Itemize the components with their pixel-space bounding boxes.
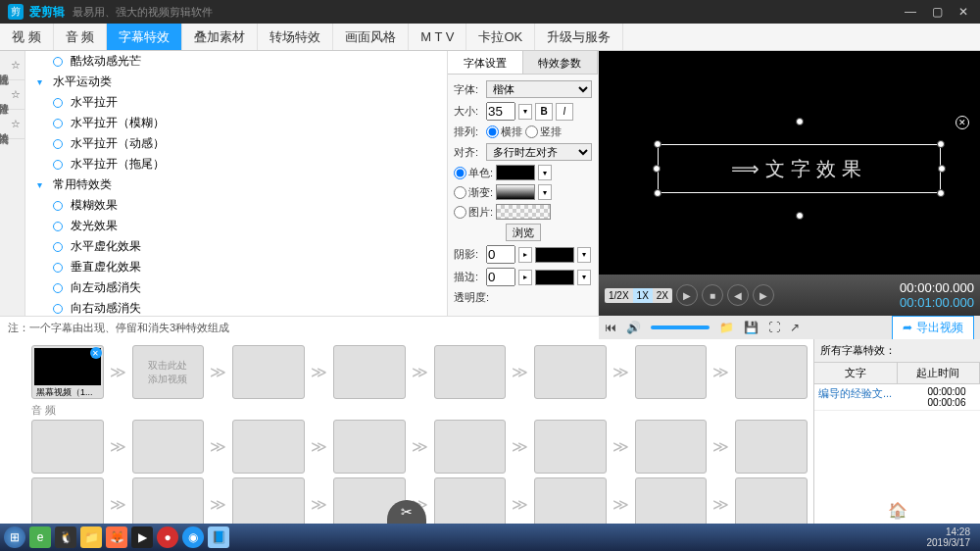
empty-clip-slot[interactable] xyxy=(635,477,708,524)
empty-clip-slot[interactable] xyxy=(735,477,808,524)
fullscreen-icon[interactable]: ⛶ xyxy=(768,321,780,334)
tab-font-settings[interactable]: 字体设置 xyxy=(448,51,523,74)
tree-effect-item[interactable]: 模糊效果 xyxy=(25,195,447,216)
shadow-color-dropdown-icon[interactable]: ▾ xyxy=(577,247,591,263)
stroke-color-dropdown-icon[interactable]: ▾ xyxy=(577,270,591,285)
empty-clip-slot[interactable] xyxy=(132,420,205,474)
start-button[interactable]: ⊞ xyxy=(4,526,25,548)
speed-1x[interactable]: 1X xyxy=(633,288,653,303)
italic-button[interactable]: I xyxy=(556,103,573,121)
shadow-input[interactable] xyxy=(486,245,515,264)
empty-clip-slot[interactable] xyxy=(635,420,708,474)
main-tab[interactable]: 叠加素材 xyxy=(182,24,258,50)
play-button[interactable]: ▶ xyxy=(676,284,698,306)
empty-clip-slot[interactable] xyxy=(434,345,507,399)
main-tab[interactable]: 画面风格 xyxy=(333,24,409,50)
rewind-icon[interactable]: ⏮ xyxy=(605,321,616,334)
tree-effect-item[interactable]: 向右动感消失 xyxy=(25,298,447,316)
taskbar-app-icon[interactable]: ◉ xyxy=(182,526,204,548)
main-tab[interactable]: 卡拉OK xyxy=(466,24,535,50)
empty-clip-slot[interactable] xyxy=(434,477,507,524)
speed-half[interactable]: 1/2X xyxy=(605,288,633,303)
resize-handle[interactable] xyxy=(654,189,662,197)
main-tab[interactable]: 字幕特效 xyxy=(107,24,182,50)
stop-button[interactable]: ■ xyxy=(702,284,723,306)
main-tab[interactable]: 视 频 xyxy=(0,24,54,50)
tree-effect-item[interactable]: 水平拉开 xyxy=(25,92,447,113)
gradient-swatch[interactable] xyxy=(496,184,535,200)
tab-effect-params[interactable]: 特效参数 xyxy=(523,51,599,74)
maximize-icon[interactable]: ▢ xyxy=(928,5,947,19)
timeline[interactable]: ✕黑幕视频（1...≫双击此处添加视频≫≫≫≫≫≫ 音 频 ≫≫≫≫≫≫≫ ≫≫… xyxy=(0,339,813,524)
save-icon[interactable]: 💾 xyxy=(744,321,759,334)
empty-clip-slot[interactable] xyxy=(735,420,808,474)
font-select[interactable]: 楷体 xyxy=(486,80,592,98)
arrange-vertical[interactable]: 竖排 xyxy=(525,125,562,139)
empty-clip-slot[interactable] xyxy=(434,420,507,474)
shadow-color[interactable] xyxy=(535,247,574,263)
empty-clip-slot[interactable] xyxy=(232,420,305,474)
bold-button[interactable]: B xyxy=(535,103,553,121)
stroke-input[interactable] xyxy=(486,268,515,286)
side-tab[interactable]: ☆停留特效 xyxy=(0,80,24,110)
tree-effect-item[interactable]: 水平拉开（动感） xyxy=(25,133,447,154)
color-solid[interactable]: 单色: xyxy=(454,166,493,180)
main-tab[interactable]: 升级与服务 xyxy=(535,24,623,50)
resize-handle[interactable] xyxy=(653,165,661,173)
tree-category[interactable]: ▾常用特效类 xyxy=(25,175,447,195)
empty-clip-slot[interactable] xyxy=(333,345,406,399)
folder-icon[interactable]: 📁 xyxy=(719,321,734,334)
remove-clip-icon[interactable]: ✕ xyxy=(90,347,102,359)
resize-handle[interactable] xyxy=(796,118,804,125)
subtitle-row[interactable]: 编导的经验文... 00:00:0000:00:06 xyxy=(814,384,980,411)
speed-2x[interactable]: 2X xyxy=(653,288,672,303)
empty-clip-slot[interactable] xyxy=(31,477,104,524)
taskbar-app-icon[interactable]: 🐧 xyxy=(55,526,76,548)
taskbar-folder-icon[interactable]: 📁 xyxy=(80,526,102,548)
empty-clip-slot[interactable] xyxy=(635,345,708,399)
shadow-spin-icon[interactable]: ▸ xyxy=(518,247,532,263)
share-icon[interactable]: ↗ xyxy=(790,321,800,334)
empty-clip-slot[interactable] xyxy=(132,477,205,524)
size-dropdown-icon[interactable]: ▾ xyxy=(518,104,532,120)
resize-handle[interactable] xyxy=(796,212,804,220)
empty-clip-slot[interactable] xyxy=(333,420,406,474)
align-select[interactable]: 多行时左对齐 xyxy=(486,143,592,161)
taskbar-app-icon[interactable]: ▶ xyxy=(131,526,153,548)
taskbar-app-icon[interactable]: e xyxy=(29,526,51,548)
browse-button[interactable]: 浏览 xyxy=(506,224,541,241)
taskbar-clock[interactable]: 14:282019/3/17 xyxy=(927,526,977,548)
tree-effect-item[interactable]: 垂直虚化效果 xyxy=(25,257,447,277)
resize-handle[interactable] xyxy=(654,140,662,148)
delete-text-icon[interactable]: ✕ xyxy=(956,116,969,129)
gradient-dropdown-icon[interactable]: ▾ xyxy=(538,184,552,200)
video-clip[interactable]: ✕黑幕视频（1... xyxy=(31,345,104,399)
tree-effect-item[interactable]: 发光效果 xyxy=(25,216,447,236)
tree-category[interactable]: ▾水平运动类 xyxy=(25,72,447,92)
tree-effect-item[interactable]: 向左动感消失 xyxy=(25,277,447,298)
color-dropdown-icon[interactable]: ▾ xyxy=(538,165,552,180)
empty-clip-slot[interactable] xyxy=(232,345,305,399)
prev-frame-button[interactable]: ◀ xyxy=(727,284,749,306)
main-tab[interactable]: 转场特效 xyxy=(258,24,333,50)
tree-effect-item[interactable]: 水平拉开（模糊） xyxy=(25,113,447,133)
effect-tree[interactable]: 酷炫动感光芒▾水平运动类水平拉开水平拉开（模糊）水平拉开（动感）水平拉开（拖尾）… xyxy=(25,51,447,316)
size-input[interactable] xyxy=(486,102,515,121)
taskbar-record-icon[interactable]: ● xyxy=(157,526,178,548)
side-tab[interactable]: ☆出现特效 xyxy=(0,51,24,80)
stroke-color[interactable] xyxy=(535,270,574,285)
arrange-horizontal[interactable]: 横排 xyxy=(486,125,522,139)
color-gradient[interactable]: 渐变: xyxy=(454,185,493,200)
add-clip-hint[interactable]: 双击此处添加视频 xyxy=(132,345,205,399)
taskbar-firefox-icon[interactable]: 🦊 xyxy=(106,526,127,548)
empty-clip-slot[interactable] xyxy=(534,345,607,399)
color-image[interactable]: 图片: xyxy=(454,205,493,220)
resize-handle[interactable] xyxy=(937,189,945,197)
main-tab[interactable]: 音 频 xyxy=(54,24,108,50)
resize-handle[interactable] xyxy=(938,165,946,173)
volume-icon[interactable]: 🔊 xyxy=(626,321,641,334)
empty-clip-slot[interactable] xyxy=(232,477,305,524)
next-frame-button[interactable]: ▶ xyxy=(753,284,774,306)
solid-color-swatch[interactable] xyxy=(496,165,535,180)
text-bounding-box[interactable]: ⟹文字效果 ✕ xyxy=(658,144,941,193)
